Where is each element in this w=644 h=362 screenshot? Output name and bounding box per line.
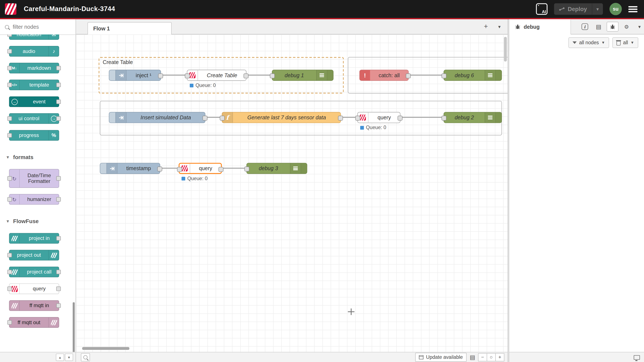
input-nub [8,34,12,37]
node-debug-2[interactable]: debug 2 [444,112,502,123]
debug-list-icon [485,70,495,80]
node-timestamp[interactable]: timestamp [100,163,160,174]
input-port[interactable] [442,73,446,78]
node-debug-3[interactable]: debug 3 [246,163,307,174]
debug-toggle-button[interactable] [495,112,502,123]
input-nub [8,253,12,257]
node-create-table[interactable]: Create Table [187,70,246,81]
inject-button[interactable] [109,112,116,123]
palette-search-input[interactable] [12,23,63,30]
zoom-in-button[interactable]: + [495,353,504,361]
palette-collapse-icon[interactable]: ▲ [56,354,64,361]
node-insert-simulated-data[interactable]: Insert simulated Data [109,112,205,123]
palette-node-project-out[interactable]: project out [9,250,59,260]
inject-icon [107,163,117,174]
sidebar-menu-caret-icon[interactable]: ▼ [638,25,642,29]
output-port[interactable] [202,116,208,121]
palette-node-progress[interactable]: progress % [9,130,59,141]
zoom-out-button[interactable]: − [478,353,487,361]
input-port[interactable] [177,167,182,172]
node-query[interactable]: query [357,112,400,123]
flow-list-caret-icon[interactable]: ▼ [494,22,505,31]
debug-tab-icon[interactable] [606,22,618,31]
output-port[interactable] [218,167,224,172]
flow-canvas[interactable]: Create Table inject ¹ Create Table Queue… [76,34,508,352]
canvas-h-scrollbar[interactable] [82,347,130,350]
debug-toggle-button[interactable] [327,70,333,80]
palette-section-formats[interactable]: ▼ formats [6,152,76,163]
node-debug-1[interactable]: debug 1 [272,70,334,81]
inject-button[interactable] [100,163,107,174]
deploy-button[interactable]: Deploy ▼ [554,3,603,15]
debug-messages-empty [509,51,644,352]
input-port[interactable] [220,116,225,121]
input-port[interactable] [270,73,275,78]
output-port[interactable] [406,73,410,78]
minimap-toggle-icon[interactable]: ▤ [470,354,475,361]
palette-node-ff-mqtt-in[interactable]: ff mqtt in [9,300,59,311]
palette-node-notification[interactable]: notification ✉ [9,34,59,40]
debug-toggle-button[interactable] [301,163,307,174]
flowfuse-logo-icon[interactable] [5,3,16,15]
zoom-reset-button[interactable]: ○ [486,353,496,361]
output-port[interactable] [244,73,248,78]
palette-section-flowfuse[interactable]: ▼ FlowFuse [6,215,76,227]
palette-node-markdown[interactable]: M↓ markdown [9,63,59,73]
settings-tab-icon[interactable]: ⚙ [620,22,632,31]
debug-filter-button[interactable]: all nodes ▼ [568,37,609,48]
palette-node-template[interactable]: </> template [9,80,59,90]
palette-node-event[interactable]: → event [9,96,59,107]
palette-node-humanizer[interactable]: ↻ humanizer [9,194,59,205]
update-available-button[interactable]: Update available [415,353,466,362]
trash-icon [616,41,620,45]
node-catch-all[interactable]: ! catch: all [359,70,408,81]
ai-assistant-icon[interactable]: ⋆ AI [536,3,548,15]
node-inject-1[interactable]: inject ¹ [109,70,161,81]
group-label: Create Table [103,59,133,65]
input-port[interactable] [355,116,360,121]
palette-list[interactable]: notification ✉ audio ♪ M↓ markdown </> t… [0,34,76,342]
inject-button[interactable] [109,70,116,80]
debug-sidebar: debug i ▤ ⚙ ▼ all nodes ▼ [509,19,644,352]
palette-node-ff-mqtt-out[interactable]: ff mqtt out [9,317,59,328]
output-port[interactable] [158,73,163,78]
chevron-down-icon: ▼ [6,155,10,159]
debug-toggle-button[interactable] [495,70,502,80]
user-avatar[interactable]: su [610,3,622,15]
input-port[interactable] [185,73,190,78]
help-tab-icon[interactable]: ▤ [593,22,604,31]
caret-down-icon: ▼ [630,41,634,45]
palette-node-query[interactable]: query [9,284,59,294]
sidebar-splitter[interactable] [508,19,510,362]
input-port[interactable] [442,116,446,121]
palette-node-datetime-formatter[interactable]: ↻ Date/Time Formatter [9,169,59,188]
main-menu-icon[interactable] [628,6,638,12]
info-tab-icon[interactable]: i [578,22,590,31]
input-port[interactable] [244,167,249,172]
canvas-search-button[interactable] [81,353,90,361]
add-flow-icon[interactable]: + [480,22,491,31]
output-nub [56,116,61,121]
palette-node-ui-control[interactable]: ui control → [9,113,59,124]
zoom-controls: − ○ + [478,353,504,361]
input-nub [8,320,12,325]
open-window-icon[interactable] [634,355,640,360]
output-port[interactable] [158,167,162,172]
output-port[interactable] [338,116,343,121]
palette-expand-icon[interactable]: ▼ [65,354,73,361]
sidebar-tab-debug[interactable]: debug [509,19,571,34]
palette-scrollbar[interactable] [72,302,75,352]
palette-node-audio[interactable]: audio ♪ [9,46,59,57]
deploy-caret-icon[interactable]: ▼ [592,3,603,15]
sparkle-icon: ⋆ [537,3,540,7]
node-debug-6[interactable]: debug 6 [444,70,502,81]
sidebar-icon-tabs: i ▤ ⚙ [578,22,632,31]
palette-node-project-call[interactable]: project call [9,267,59,277]
output-port[interactable] [398,116,402,121]
node-query-selected[interactable]: query [179,163,222,174]
node-generate-sensor-data[interactable]: f Generate last 7 days sensor data [222,112,341,123]
tab-flow-1[interactable]: Flow 1 [88,22,172,34]
canvas-v-scrollbar[interactable] [504,37,507,62]
debug-clear-button[interactable]: all ▼ [612,37,638,48]
palette-node-project-in[interactable]: project in [9,233,59,243]
